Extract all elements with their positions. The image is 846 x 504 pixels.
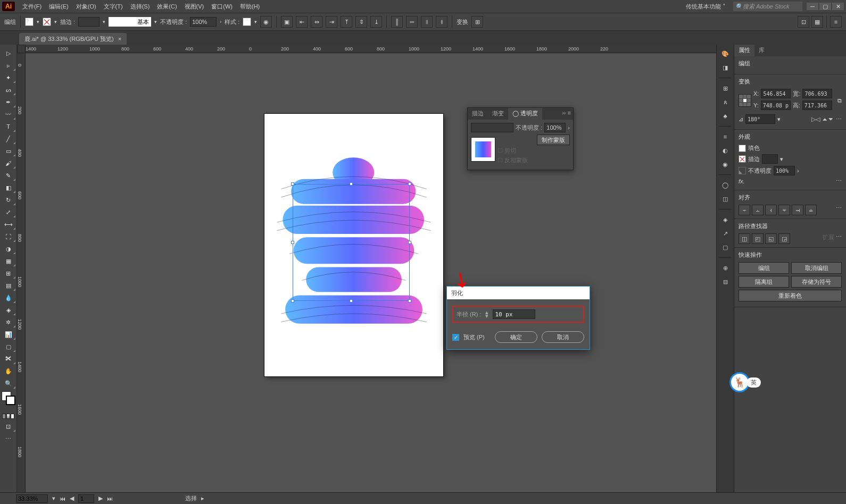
hand-tool-icon[interactable]: ✋ [1, 365, 16, 377]
ungroup-button[interactable]: 取消编组 [791, 262, 842, 274]
stroke-swatch-panel[interactable] [739, 155, 746, 163]
gradient-panel-icon[interactable]: ◐ [719, 145, 731, 156]
h-input[interactable] [802, 100, 832, 110]
style-swatch[interactable] [243, 18, 251, 26]
appearance-icon[interactable]: ◯ [719, 179, 731, 191]
fill-swatch-panel[interactable] [739, 145, 746, 152]
radius-input[interactable] [493, 309, 535, 319]
color-panel-icon[interactable]: 🎨 [719, 48, 731, 60]
menu-effect[interactable]: 效果(C) [154, 1, 180, 12]
layers-icon[interactable]: ◈ [719, 214, 731, 225]
selection-box[interactable] [293, 184, 410, 301]
none-mode-icon[interactable] [11, 414, 14, 419]
align-r-icon[interactable]: ⫞ [765, 205, 777, 215]
fill-swatch[interactable]: ? [25, 18, 34, 26]
menu-edit[interactable]: 编辑(E) [46, 1, 72, 12]
handle-s[interactable] [350, 299, 353, 303]
handle-w[interactable] [291, 241, 294, 244]
minimize-button[interactable]: ─ [807, 3, 818, 10]
rectangle-tool-icon[interactable]: ▭ [1, 145, 16, 157]
make-mask-button[interactable]: 制作蒙版 [537, 135, 570, 145]
eraser-tool-icon[interactable]: ◧ [1, 182, 16, 194]
stroke-w-input[interactable] [762, 154, 778, 164]
handle-nw[interactable] [291, 182, 294, 186]
panel-menu-icon[interactable]: ›› ≡ [560, 108, 573, 120]
artboard-tool-icon[interactable]: ▢ [1, 341, 16, 352]
zoom-input[interactable] [16, 494, 48, 503]
canvas[interactable]: 1400120010008006004002000200400600800100… [17, 45, 716, 492]
width-tool-icon[interactable]: ⟷ [1, 219, 16, 230]
direct-selection-tool-icon[interactable]: ▹ [1, 60, 16, 71]
ime-indicator[interactable]: 🦌 英 [729, 372, 761, 392]
align-vc-icon[interactable]: ⫤ [792, 205, 803, 215]
menu-type[interactable]: 文字(T) [101, 1, 126, 12]
swatches-icon[interactable]: ⊞ [719, 82, 731, 94]
pathfinder-dock-icon[interactable]: ⊕ [719, 262, 731, 274]
blend-tool-icon[interactable]: ◈ [1, 304, 16, 316]
tab-gradient[interactable]: 渐变 [488, 108, 508, 120]
workspace-switch[interactable]: 传统基本功能 ˅ [683, 2, 729, 12]
edit-toolbar-icon[interactable]: ⋯ [1, 433, 16, 444]
dist-space-icon[interactable]: ⫴ [421, 16, 433, 28]
slice-tool-icon[interactable]: ✀ [1, 353, 16, 365]
magic-wand-tool-icon[interactable]: ✦ [1, 72, 16, 83]
color-guide-icon[interactable]: ◨ [719, 62, 731, 73]
more-appearance-icon[interactable]: ⋯ [836, 178, 842, 184]
search-input[interactable]: 🔍 搜索 Adobe Stock [733, 2, 802, 11]
panel-opacity-input[interactable] [544, 123, 566, 132]
align-vcenter-icon[interactable]: ⇕ [355, 16, 367, 28]
menu-help[interactable]: 帮助(H) [237, 1, 263, 12]
tab-libraries[interactable]: 库 [754, 45, 769, 56]
stroke-swatch[interactable] [43, 18, 51, 26]
align-right-icon[interactable]: ⇥ [326, 16, 337, 28]
fx-label[interactable]: fx. [739, 178, 745, 184]
pen-tool-icon[interactable]: ✒ [1, 96, 16, 108]
nav-first-icon[interactable]: ⏮ [60, 495, 65, 502]
tab-transparency[interactable]: ◯ 透明度 [508, 108, 542, 120]
scale-tool-icon[interactable]: ⤢ [1, 206, 16, 218]
shape-builder-tool-icon[interactable]: ◑ [1, 243, 16, 255]
transparency-panel[interactable]: 描边 渐变 ◯ 透明度 ›› ≡ 不透明度 : › 制作蒙版 [467, 107, 574, 170]
menu-file[interactable]: 文件(F) [19, 1, 45, 12]
gradient-mode-icon[interactable] [6, 414, 10, 419]
y-input[interactable] [761, 100, 791, 110]
stroke-panel-icon[interactable]: ≡ [719, 131, 731, 142]
arrange-icon[interactable]: ⊡ [798, 16, 809, 28]
artboard-nav-input[interactable] [78, 494, 94, 503]
paintbrush-tool-icon[interactable]: 🖌 [1, 157, 16, 169]
align-artboard-icon[interactable]: ▣ [281, 16, 293, 28]
free-transform-tool-icon[interactable]: ⛶ [1, 231, 16, 242]
more-align-icon[interactable]: ⋯ [836, 205, 842, 215]
feather-dialog[interactable]: 羽化 半径 (R) : ▴▾ ✓ 预览 (P) 确定 取消 [446, 286, 590, 350]
brush-preset[interactable]: 基本 [109, 17, 151, 27]
lasso-tool-icon[interactable]: ᔕ [1, 84, 16, 96]
align-dock-icon[interactable]: ⊟ [719, 276, 731, 288]
perspective-tool-icon[interactable]: ▦ [1, 255, 16, 267]
tab-properties[interactable]: 属性 [734, 45, 754, 56]
handle-ne[interactable] [408, 182, 411, 186]
align-hcenter-icon[interactable]: ⇔ [311, 16, 322, 28]
zoom-tool-icon[interactable]: 🔍 [1, 377, 16, 389]
close-button[interactable]: ✕ [832, 3, 844, 10]
ok-button[interactable]: 确定 [495, 331, 537, 343]
align-l-icon[interactable]: ⫟ [739, 205, 750, 215]
w-input[interactable] [802, 89, 832, 98]
document-tab[interactable]: 鹿.ai* @ 33.33% (RGB/GPU 预览) × [19, 33, 127, 45]
angle-input[interactable] [745, 114, 775, 124]
cancel-button[interactable]: 取消 [542, 331, 584, 343]
transparency-panel-icon[interactable]: ◉ [719, 158, 731, 170]
more-transform-icon[interactable]: ⋯ [836, 116, 842, 123]
spinner[interactable]: ▴▾ [483, 310, 491, 318]
transform-icon[interactable]: ⊞ [471, 16, 483, 28]
eyedropper-tool-icon[interactable]: 💧 [1, 292, 16, 304]
flip-h-icon[interactable]: ▷◁ [811, 116, 820, 123]
handle-sw[interactable] [291, 299, 294, 303]
align-top-icon[interactable]: ⤒ [341, 16, 352, 28]
graphic-styles-icon[interactable]: ◫ [719, 193, 731, 205]
opacity-input[interactable] [190, 17, 217, 27]
menu-object[interactable]: 对象(O) [73, 1, 99, 12]
exclude-icon[interactable]: ◲ [778, 233, 790, 244]
opacity-swatch-panel[interactable] [739, 167, 746, 174]
symbol-sprayer-tool-icon[interactable]: ✲ [1, 316, 16, 328]
preview-checkbox[interactable]: ✓ [452, 334, 459, 341]
